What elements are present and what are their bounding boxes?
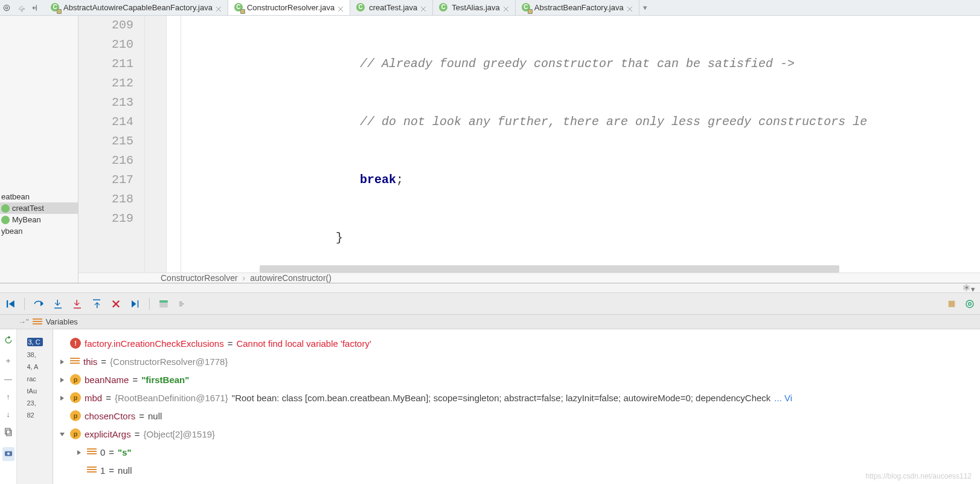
trace-icon[interactable] (176, 297, 190, 311)
var-mbd-row[interactable]: p mbd = {RootBeanDefinition@1671} "Root … (59, 389, 974, 407)
evaluate-expression-icon[interactable] (157, 297, 170, 311)
step-over-icon[interactable] (32, 297, 45, 311)
horizontal-scrollbar[interactable] (260, 265, 839, 273)
java-class-icon: C (234, 3, 244, 13)
expand-icon[interactable] (59, 357, 66, 367)
gear-icon[interactable]: ▾ (962, 283, 975, 294)
variables-panel-header[interactable]: →" Variables (0, 315, 980, 329)
param-icon: p (70, 374, 81, 385)
java-class-icon: C (439, 3, 449, 13)
expand-icon[interactable] (59, 375, 66, 385)
tab-label: ConstructorResolver.java (247, 3, 335, 12)
line-number-gutter: 209 210 211 212 213 214 215 216 217 218 … (78, 16, 145, 273)
run-to-cursor-icon[interactable] (129, 297, 142, 311)
collapse-icon[interactable] (30, 2, 41, 13)
close-icon[interactable] (503, 5, 509, 11)
close-icon[interactable] (627, 5, 633, 11)
svg-point-10 (966, 300, 973, 308)
breadcrumb-method[interactable]: autowireConstructor() (250, 273, 331, 283)
step-out-icon[interactable] (90, 297, 103, 311)
java-class-icon: C (522, 3, 531, 13)
breadcrumb[interactable]: ConstructorResolver › autowireConstructo… (78, 273, 980, 283)
svg-rect-13 (5, 428, 10, 434)
debugger-panel: ▾ →" Variables (0, 283, 980, 484)
var-this-row[interactable]: this = {ConstructorResolver@1778} (59, 352, 974, 370)
param-icon: p (70, 392, 81, 403)
svg-rect-12 (6, 430, 11, 436)
editor-tab-bar: C AbstractAutowireCapableBeanFactory.jav… (0, 0, 980, 16)
variables-tree[interactable]: ! factory.inCreationCheckExclusions = Ca… (53, 329, 980, 484)
tabs-overflow-icon[interactable]: ▾ (639, 0, 651, 15)
svg-point-1 (5, 7, 8, 9)
down-icon[interactable]: ↓ (6, 410, 10, 419)
tab-abstract-autowire[interactable]: C AbstractAutowireCapableBeanFactory.jav… (45, 0, 228, 15)
expand-icon[interactable] (76, 447, 83, 457)
code-area[interactable]: // Already found greedy constructor that… (181, 16, 980, 273)
debug-side-controls: ＋ — ↑ ↓ (0, 329, 17, 484)
frames-mini-list[interactable]: 3, C 38, 4, A rac tAu 23, 82 (17, 329, 53, 484)
project-item-creat-test[interactable]: creatTest (0, 202, 78, 214)
object-icon (87, 448, 97, 456)
svg-rect-9 (949, 300, 955, 307)
svg-point-0 (4, 5, 9, 10)
code-editor[interactable]: 209 210 211 212 213 214 215 216 217 218 … (78, 16, 980, 273)
svg-rect-5 (93, 299, 100, 300)
var-chosen-row[interactable]: p chosenCtors = null (59, 407, 974, 425)
object-icon (70, 358, 80, 365)
project-item-ybean[interactable]: ybean (0, 225, 78, 237)
breadcrumb-class[interactable]: ConstructorResolver (161, 273, 238, 283)
error-icon: ! (70, 338, 81, 349)
gear-icon[interactable] (16, 2, 27, 13)
separator (24, 298, 25, 310)
camera-icon[interactable] (2, 447, 14, 461)
svg-point-15 (7, 453, 10, 455)
tab-abstract-bean-factory[interactable]: C AbstractBeanFactory.java (516, 0, 639, 15)
expand-icon[interactable] (59, 393, 66, 403)
collapse-icon[interactable] (59, 429, 66, 439)
settings-icon[interactable] (963, 297, 976, 311)
code-line: // Already found greedy constructor that… (227, 57, 795, 71)
tab-constructor-resolver[interactable]: C ConstructorResolver.java (228, 0, 350, 15)
tab-label: AbstractAutowireCapableBeanFactory.java (63, 3, 213, 12)
close-icon[interactable] (338, 5, 344, 11)
var-array-0-row[interactable]: 0 = "s" (59, 443, 974, 461)
project-tree[interactable]: eatbean creatTest MyBean ybean (0, 16, 78, 283)
step-into-icon[interactable] (51, 297, 65, 311)
var-beanname-row[interactable]: p beanName = "firstBean" (59, 370, 974, 389)
svg-rect-4 (74, 308, 81, 309)
remove-icon[interactable]: — (4, 375, 12, 384)
fold-gutter (167, 16, 181, 273)
tab-label: TestAlias.java (452, 3, 499, 12)
param-icon: p (70, 428, 81, 439)
svg-rect-8 (159, 300, 168, 303)
drop-frame-icon[interactable] (109, 297, 123, 311)
marker-gutter (145, 16, 167, 273)
svg-rect-3 (54, 308, 62, 309)
code-line: } (227, 231, 343, 245)
force-step-into-icon[interactable] (71, 297, 84, 311)
add-icon[interactable]: ＋ (4, 355, 12, 366)
var-array-1-row[interactable]: 1 = null (59, 461, 974, 479)
close-icon[interactable] (420, 5, 426, 11)
tab-creat-test[interactable]: C creatTest.java (350, 0, 433, 15)
var-error-row[interactable]: ! factory.inCreationCheckExclusions = Ca… (59, 334, 974, 352)
tab-test-alias[interactable]: C TestAlias.java (433, 0, 515, 15)
tab-label: creatTest.java (369, 3, 417, 12)
var-explicit-row[interactable]: p explicitArgs = {Object[2]@1519} (59, 425, 974, 443)
java-class-icon: C (51, 3, 60, 13)
java-class-icon: C (356, 3, 366, 13)
target-icon[interactable] (1, 2, 12, 13)
up-icon[interactable]: ↑ (6, 392, 10, 401)
show-execution-point-icon[interactable] (4, 297, 17, 311)
restart-icon[interactable] (4, 335, 13, 347)
close-icon[interactable] (216, 5, 222, 11)
project-item-mybean[interactable]: MyBean (0, 214, 78, 225)
project-item-eatbean[interactable]: eatbean (0, 191, 78, 202)
copy-icon[interactable] (4, 427, 13, 439)
mute-breakpoints-icon[interactable] (945, 297, 958, 311)
pin-icon[interactable]: →" (18, 317, 29, 326)
code-text: ; (396, 173, 403, 187)
param-icon: p (70, 410, 81, 421)
view-link[interactable]: ... Vi (774, 393, 792, 403)
code-line: // do not look any further, there are on… (227, 115, 867, 129)
